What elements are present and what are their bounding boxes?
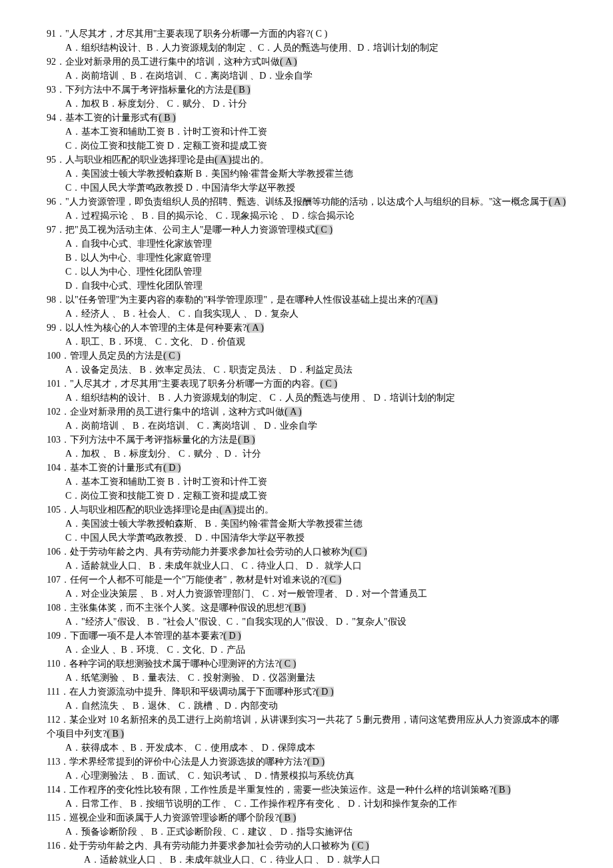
- question-97: 97．把"员工视为活动主体、公司主人"是哪一种人力资源管理模式( C ): [47, 223, 566, 237]
- question-number: 114: [47, 785, 60, 795]
- option-line: C．以人为中心、理性化团队管理: [65, 265, 566, 279]
- answer-highlight: ( C ): [320, 379, 337, 389]
- question-number: 91: [47, 29, 56, 39]
- option-line: A．岗前培训 、 B．在岗培训、 C．离岗培训 、 D．业余自学: [65, 419, 566, 433]
- option-line: A．纸笔测验 、 B．量表法、 C．投射测验、 D．仪器测量法: [65, 671, 566, 685]
- option-line: A．美国波士顿大学教授帕森斯 B．美国约翰·霍普金斯大学教授霍兰德: [65, 167, 566, 181]
- answer-highlight: ( C ): [352, 841, 369, 851]
- option-line: A．获得成本 、B．开发成本、 C．使用成本 、 D．保障成本: [65, 741, 566, 755]
- question-106: 106．处于劳动年龄之内、具有劳动能力并要求参加社会劳动的人口被称为( C ): [47, 545, 566, 559]
- question-107: 107．任何一个人都不可能是一个"万能使者"，教材是针对谁来说的?( C ): [47, 573, 566, 587]
- question-list: 91．"人尽其才，才尽其用"主要表现了职务分析哪一方面的内容?( C )A．组织…: [47, 27, 566, 868]
- question-number: 98: [47, 295, 56, 305]
- question-102: 102．企业对新录用的员工进行集中的培训，这种方式叫做( A ): [47, 405, 566, 419]
- question-number: 96: [47, 197, 56, 207]
- question-100: 100．管理人员定员的方法是( C ): [47, 349, 566, 363]
- question-93: 93．下列方法中不属于考评指标量化的方法是( B ): [47, 83, 566, 97]
- question-text: ．下列方法中不属于考评指标量化的方法是: [61, 435, 238, 445]
- question-99: 99．以人性为核心的人本管理的主体是何种要素?( A ): [47, 321, 566, 335]
- question-text: ．"人尽其才，才尽其用"主要表现了职务分析哪一方面的内容?( C ): [56, 29, 327, 39]
- answer-highlight: ( A ): [548, 197, 566, 207]
- option-line: C．岗位工资和技能工资 D．定额工资和提成工资: [65, 139, 566, 153]
- question-text: ．企业对新录用的员工进行集中的培训，这种方式叫做: [56, 57, 280, 67]
- question-104: 104．基本工资的计量形式有( D ): [47, 461, 566, 475]
- answer-highlight: ( A ): [219, 505, 237, 515]
- question-text: ．以人性为核心的人本管理的主体是何种要素?: [56, 323, 247, 333]
- option-line: A．心理测验法 、 B．面试、 C．知识考试 、 D．情景模拟与系统仿真: [65, 769, 566, 783]
- question-number: 107: [47, 575, 61, 585]
- question-text: ．以"任务管理"为主要内容的泰勒的"科学管理原理"，是在哪种人性假设基础上提出来…: [56, 295, 420, 305]
- option-line: A．过程揭示论 、 B．目的揭示论、 C．现象揭示论 、 D．综合揭示论: [65, 209, 566, 223]
- question-number: 97: [47, 225, 56, 235]
- question-105: 105．人与职业相匹配的职业选择理论是由( A )提出的。: [47, 503, 566, 517]
- question-91: 91．"人尽其才，才尽其用"主要表现了职务分析哪一方面的内容?( C ): [47, 27, 566, 41]
- question-number: 102: [47, 407, 61, 417]
- option-line: A．组织结构设计、B．人力资源规划的制定 、C．人员的甄选与使用、D．培训计划的…: [65, 41, 566, 55]
- option-line: A．自我中心式、非理性化家族管理: [65, 237, 566, 251]
- question-95: 95．人与职业相匹配的职业选择理论是由( A )提出的。: [47, 153, 566, 167]
- option-line: A．基本工资和辅助工资 B．计时工资和计件工资: [65, 125, 566, 139]
- question-number: 111: [47, 687, 60, 697]
- question-text: ．基本工资的计量形式有: [56, 113, 159, 123]
- question-112: 112．某企业对 10 名新招来的员工进行上岗前培训，从讲课到实习一共花了 5 …: [47, 713, 566, 741]
- option-line: A．基本工资和辅助工资 B．计时工资和计件工资: [65, 475, 566, 489]
- question-text: ．工作程序的变化性比较有限，工作性质是半重复性的，需要一些决策运作。这是一种什么…: [60, 785, 493, 795]
- question-101: 101．"人尽其才，才尽其用"主要表现了职务分析哪一方面的内容。( C ): [47, 377, 566, 391]
- question-text: ．处于劳动年龄之内、具有劳动能力并要求参加社会劳动的人口被称为: [61, 547, 350, 557]
- question-number: 99: [47, 323, 56, 333]
- option-line: A．设备定员法、 B．效率定员法、 C．职责定员法 、 D．利益定员法: [65, 363, 566, 377]
- question-number: 108: [47, 603, 61, 613]
- option-line: C．中国人民大学萧鸣政教授 D．中国清华大学赵平教授: [65, 181, 566, 195]
- answer-highlight: ( D ): [223, 631, 241, 641]
- answer-highlight: ( C ): [324, 575, 342, 585]
- question-96: 96．"人力资源管理，即负责组织人员的招聘、甄选、训练及报酬等功能的活动，以达成…: [47, 195, 566, 209]
- question-113: 113．学术界经常提到的评价中心法是人力资源选拔的哪种方法?( D ): [47, 755, 566, 769]
- answer-highlight: ( A ): [285, 407, 302, 417]
- question-103: 103．下列方法中不属于考评指标量化的方法是( B ): [47, 433, 566, 447]
- question-98: 98．以"任务管理"为主要内容的泰勒的"科学管理原理"，是在哪种人性假设基础上提…: [47, 293, 566, 307]
- question-text: ．巡视企业和面谈属于人力资源管理诊断的哪个阶段?: [60, 813, 279, 823]
- question-tail: 提出的。: [232, 155, 269, 165]
- question-number: 115: [47, 813, 60, 823]
- question-text: ．"人力资源管理，即负责组织人员的招聘、甄选、训练及报酬等功能的活动，以达成个人…: [56, 197, 548, 207]
- answer-highlight: ( B ): [159, 113, 176, 123]
- option-line: A．日常工作、 B．按细节说明的工作 、 C．工作操作程序有变化 、 D．计划和…: [65, 797, 566, 811]
- answer-highlight: ( A ): [280, 57, 297, 67]
- question-number: 103: [47, 435, 61, 445]
- option-line: A．美国波士顿大学教授帕森斯、 B．美国约翰·霍普金斯大学教授霍兰德: [65, 517, 566, 531]
- question-110: 110．各种字词的联想测验技术属于哪种心理测评的方法?( C ): [47, 657, 566, 671]
- question-number: 110: [47, 659, 60, 669]
- option-line: D．自我中心式、理性化团队管理: [65, 279, 566, 293]
- question-text: ．人与职业相匹配的职业选择理论是由: [56, 155, 215, 165]
- question-text: ．学术界经常提到的评价中心法是人力资源选拔的哪种方法?: [60, 757, 306, 767]
- question-number: 112: [47, 715, 60, 725]
- answer-highlight: ( A ): [420, 295, 438, 305]
- question-text: ．基本工资的计量形式有: [61, 463, 163, 473]
- question-text: ．"人尽其才，才尽其用"主要表现了职务分析哪一方面的内容。: [61, 379, 320, 389]
- question-111: 111．在人力资源流动中提升、降职和平级调动属于下面哪种形式?( D ): [47, 685, 566, 699]
- question-114: 114．工作程序的变化性比较有限，工作性质是半重复性的，需要一些决策运作。这是一…: [47, 783, 566, 797]
- question-text: ．各种字词的联想测验技术属于哪种心理测评的方法?: [60, 659, 279, 669]
- question-text: ．人与职业相匹配的职业选择理论是由: [61, 505, 219, 515]
- option-line: A．岗前培训 、B．在岗培训、 C．离岗培训 、D．业余自学: [65, 69, 566, 83]
- question-number: 94: [47, 113, 56, 123]
- answer-highlight: ( B ): [107, 729, 124, 739]
- question-text: ．企业对新录用的员工进行集中的培训，这种方式叫做: [61, 407, 285, 417]
- question-number: 92: [47, 57, 56, 67]
- question-number: 95: [47, 155, 56, 165]
- answer-highlight: ( B ): [279, 813, 297, 823]
- question-number: 93: [47, 85, 56, 95]
- question-tail: 提出的。: [237, 505, 274, 515]
- question-number: 106: [47, 547, 61, 557]
- question-text: ．把"员工视为活动主体、公司主人"是哪一种人力资源管理模式: [56, 225, 315, 235]
- question-115: 115．巡视企业和面谈属于人力资源管理诊断的哪个阶段?( B ): [47, 811, 566, 825]
- answer-highlight: ( A ): [247, 323, 264, 333]
- question-text: ．管理人员定员的方法是: [61, 351, 163, 361]
- question-text: ．处于劳动年龄之内、具有劳动能力并要求参加社会劳动的人口被称为: [60, 841, 352, 851]
- question-number: 100: [47, 351, 61, 361]
- question-text: ．下面哪一项不是人本管理的基本要素?: [61, 631, 223, 641]
- question-number: 113: [47, 757, 60, 767]
- question-109: 109．下面哪一项不是人本管理的基本要素?( D ): [47, 629, 566, 643]
- option-line: A．预备诊断阶段 、 B．正式诊断阶段、C．建议 、 D．指导实施评估: [65, 825, 566, 839]
- question-92: 92．企业对新录用的员工进行集中的培训，这种方式叫做( A ): [47, 55, 566, 69]
